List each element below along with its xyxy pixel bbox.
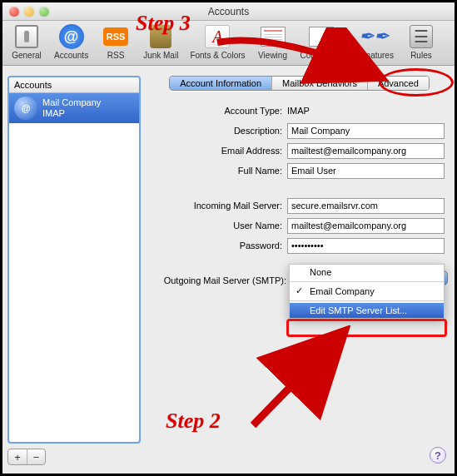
rss-icon: RSS	[103, 27, 128, 46]
junk-mail-icon	[150, 25, 171, 48]
preferences-toolbar: General @ Accounts RSS RSS Junk Mail A F…	[2, 21, 455, 66]
description-field[interactable]	[287, 123, 445, 139]
description-label: Description:	[154, 126, 287, 136]
fonts-colors-icon: A	[205, 25, 230, 48]
general-icon	[15, 25, 38, 48]
email-address-label: Email Address:	[154, 146, 287, 156]
username-label: User Name:	[154, 221, 287, 231]
viewing-icon	[261, 27, 286, 47]
account-item-protocol: IMAP	[42, 108, 101, 119]
composing-icon	[309, 27, 334, 47]
password-label: Password:	[154, 240, 287, 250]
account-item-name: Mail Company	[42, 97, 101, 108]
toolbar-fonts-colors[interactable]: A Fonts & Colors	[185, 22, 250, 62]
window-title: Accounts	[2, 6, 455, 17]
smtp-option-none[interactable]: None	[290, 265, 444, 280]
incoming-server-field[interactable]	[287, 198, 445, 214]
accounts-list: Accounts @ Mail Company IMAP	[7, 76, 141, 444]
account-item-mail-company[interactable]: @ Mail Company IMAP	[9, 93, 139, 123]
menu-separator	[290, 281, 444, 282]
tab-account-information[interactable]: Account Information	[170, 77, 271, 90]
rules-icon: ☰	[410, 25, 433, 48]
toolbar-rss[interactable]: RSS RSS	[95, 22, 137, 62]
full-name-field[interactable]	[287, 163, 445, 179]
help-button[interactable]: ?	[430, 447, 446, 464]
close-traffic-light[interactable]	[9, 7, 19, 17]
tab-advanced[interactable]: Advanced	[367, 77, 429, 90]
smtp-edit-server-list[interactable]: Edit SMTP Server List...	[290, 303, 444, 318]
smtp-label: Outgoing Mail Server (SMTP):	[154, 275, 291, 285]
remove-account-button[interactable]: −	[27, 449, 45, 464]
accounts-list-header: Accounts	[9, 77, 139, 93]
account-type-label: Account Type:	[154, 106, 287, 116]
toolbar-viewing[interactable]: Viewing	[252, 22, 294, 62]
tab-mailbox-behaviors[interactable]: Mailbox Behaviors	[271, 77, 367, 90]
annotation-arrow-step2	[241, 325, 374, 434]
account-type-value: IMAP	[287, 106, 445, 116]
annotation-step2: Step 2	[166, 409, 221, 434]
toolbar-signatures[interactable]: ✒✒ Signatures	[349, 22, 399, 62]
menu-separator	[290, 300, 444, 301]
toolbar-general[interactable]: General	[6, 22, 47, 62]
email-address-field[interactable]	[287, 143, 445, 159]
annotation-box-edit-smtp	[286, 319, 447, 337]
signatures-icon: ✒✒	[359, 26, 389, 47]
smtp-option-selected[interactable]: Email Company	[290, 284, 444, 299]
password-field[interactable]	[287, 238, 445, 254]
full-name-label: Full Name:	[154, 166, 287, 176]
toolbar-junk-mail[interactable]: Junk Mail	[138, 22, 183, 62]
minimize-traffic-light[interactable]	[24, 7, 34, 17]
zoom-traffic-light[interactable]	[39, 7, 49, 17]
toolbar-rules[interactable]: ☰ Rules	[400, 22, 442, 62]
toolbar-accounts[interactable]: @ Accounts	[49, 22, 93, 62]
accounts-icon: @	[59, 24, 84, 49]
add-account-button[interactable]: +	[8, 449, 27, 464]
account-type-icon: @	[14, 97, 37, 120]
incoming-server-label: Incoming Mail Server:	[154, 201, 287, 211]
toolbar-composing[interactable]: Composing	[296, 22, 348, 62]
smtp-server-menu: None Email Company Edit SMTP Server List…	[289, 264, 445, 319]
username-field[interactable]	[287, 218, 445, 234]
